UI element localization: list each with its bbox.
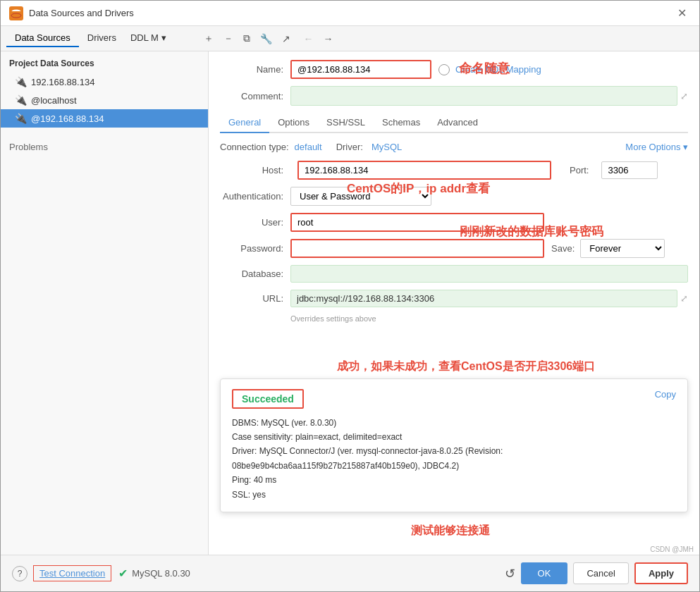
forward-button[interactable]: → bbox=[319, 32, 338, 46]
test-result-info: DBMS: MySQL (ver. 8.0.30) Case sensitivi… bbox=[232, 416, 676, 502]
svg-point-2 bbox=[11, 13, 21, 18]
tab-data-sources[interactable]: Data Sources bbox=[6, 30, 79, 47]
connection-type-row: Connection type: default Driver: MySQL M… bbox=[220, 142, 688, 152]
sidebar-item-1[interactable]: 🔌 @localhost bbox=[1, 91, 208, 109]
tab-schemas[interactable]: Schemas bbox=[374, 113, 429, 133]
expand-comment-icon[interactable]: ⤢ bbox=[680, 91, 688, 101]
sidebar-item-0[interactable]: 🔌 192.168.88.134 bbox=[1, 73, 208, 91]
port-input[interactable] bbox=[601, 161, 658, 179]
database-row: Database: bbox=[220, 265, 688, 283]
driver-value[interactable]: MySQL bbox=[372, 142, 402, 152]
name-row-right: Create DDL Mapping bbox=[438, 64, 541, 75]
host-label: Host: bbox=[220, 165, 290, 175]
url-override-note: Overrides settings above bbox=[290, 314, 688, 323]
auth-row: Authentication: User & Password No auth … bbox=[220, 187, 688, 206]
comment-label: Comment: bbox=[220, 91, 290, 101]
sidebar-item-2[interactable]: 🔌 @192.168.88.134 bbox=[1, 109, 208, 128]
copy-button-popup[interactable]: Copy bbox=[655, 389, 676, 400]
url-input[interactable] bbox=[290, 290, 677, 307]
db-icon-0: 🔌 bbox=[15, 76, 27, 87]
create-ddl-link[interactable]: Create DDL Mapping bbox=[455, 64, 541, 75]
watermark: CSDN @JMH bbox=[650, 545, 694, 553]
bottom-bar: ? Test Connection ✔ MySQL 8.0.30 ↺ OK Ca… bbox=[1, 555, 699, 591]
annotation-test: 测试能够连接通 bbox=[411, 524, 490, 538]
main-window: Data Sources and Drivers ✕ Data Sources … bbox=[0, 0, 700, 592]
mysql-version-label: MySQL 8.0.30 bbox=[132, 568, 190, 579]
comment-input[interactable] bbox=[290, 86, 677, 106]
tab-drivers[interactable]: Drivers bbox=[79, 30, 125, 47]
bottom-center: Test Connection ✔ MySQL 8.0.30 bbox=[33, 565, 499, 581]
mysql-version-info: ✔ MySQL 8.0.30 bbox=[118, 567, 190, 580]
apply-button[interactable]: Apply bbox=[634, 562, 688, 584]
ok-button[interactable]: OK bbox=[521, 562, 568, 584]
url-expand-icon[interactable]: ⤢ bbox=[680, 293, 688, 304]
title-bar-left: Data Sources and Drivers bbox=[9, 6, 134, 20]
password-input[interactable] bbox=[290, 239, 544, 258]
cancel-button[interactable]: Cancel bbox=[573, 562, 628, 584]
remove-button[interactable]: － bbox=[220, 30, 237, 47]
main-content: Project Data Sources 🔌 192.168.88.134 🔌 … bbox=[1, 51, 699, 555]
auth-select[interactable]: User & Password No auth pgpass bbox=[290, 187, 431, 206]
back-button[interactable]: ← bbox=[300, 32, 318, 46]
result-line-1: Case sensitivity: plain=exact, delimited… bbox=[232, 430, 676, 444]
export-button[interactable]: ↗ bbox=[278, 31, 294, 47]
result-line-0: DBMS: MySQL (ver. 8.0.30) bbox=[232, 416, 676, 430]
name-input[interactable] bbox=[290, 60, 431, 79]
name-row: Name: Create DDL Mapping 命名随意 bbox=[220, 60, 688, 79]
conn-type-label: Connection type: bbox=[220, 142, 289, 152]
tab-options[interactable]: Options bbox=[269, 113, 318, 133]
name-label: Name: bbox=[220, 64, 290, 75]
user-input[interactable] bbox=[290, 213, 544, 232]
password-row: Password: Save: Forever Until restart Ne… bbox=[220, 239, 688, 258]
db-icon-1: 🔌 bbox=[15, 94, 27, 106]
result-line-5: SSL: yes bbox=[232, 488, 676, 502]
annotation-succeeded: 成功，如果未成功，查看CentOS是否开启3306端口 bbox=[337, 359, 595, 374]
tab-ssh-ssl[interactable]: SSH/SSL bbox=[318, 113, 374, 133]
more-options[interactable]: More Options ▾ bbox=[625, 142, 688, 152]
test-result-popup: Copy Succeeded 成功，如果未成功，查看CentOS是否开启3306… bbox=[220, 378, 688, 512]
auth-label: Authentication: bbox=[220, 191, 290, 202]
refresh-button[interactable]: ↺ bbox=[505, 566, 515, 581]
user-row: User: bbox=[220, 213, 688, 232]
settings-button[interactable]: 🔧 bbox=[257, 31, 276, 47]
result-line-2: Driver: MySQL Connector/J (ver. mysql-co… bbox=[232, 444, 676, 458]
save-select[interactable]: Forever Until restart Never bbox=[580, 239, 665, 258]
result-line-4: Ping: 40 ms bbox=[232, 473, 676, 487]
add-button[interactable]: ＋ bbox=[200, 30, 217, 47]
tab-advanced[interactable]: Advanced bbox=[429, 113, 486, 133]
comment-row: Comment: ⤢ bbox=[220, 86, 688, 106]
user-label: User: bbox=[220, 217, 290, 228]
tab-general[interactable]: General bbox=[220, 113, 269, 133]
nav-arrows: ← → bbox=[300, 32, 338, 46]
close-button[interactable]: ✕ bbox=[673, 5, 691, 21]
detail-tabs: General Options SSH/SSL Schemas Advanced bbox=[220, 113, 688, 133]
port-label: Port: bbox=[570, 165, 589, 175]
db-icon-2: 🔌 bbox=[15, 113, 27, 124]
toolbar: Data Sources Drivers DDL M ▾ ＋ － ⧉ 🔧 ↗ ←… bbox=[1, 26, 699, 51]
conn-type-value[interactable]: default bbox=[295, 142, 322, 152]
copy-button[interactable]: ⧉ bbox=[240, 30, 254, 47]
host-row: Host: Port: CentOS的IP，ip addr查看 bbox=[220, 161, 688, 180]
driver-label: Driver: bbox=[336, 142, 363, 152]
database-input[interactable] bbox=[290, 265, 688, 283]
sidebar-item-label-1: @localhost bbox=[31, 95, 77, 106]
host-input[interactable] bbox=[297, 161, 551, 180]
url-label: URL: bbox=[220, 293, 290, 304]
title-bar: Data Sources and Drivers ✕ bbox=[1, 1, 699, 26]
test-connection-link[interactable]: Test Connection bbox=[33, 565, 111, 581]
sidebar-item-label-2: @192.168.88.134 bbox=[31, 113, 104, 124]
check-icon: ✔ bbox=[118, 567, 128, 580]
detail-panel: Name: Create DDL Mapping 命名随意 Comment: ⤢… bbox=[209, 51, 699, 555]
database-label: Database: bbox=[220, 269, 290, 279]
bottom-buttons: OK Cancel Apply bbox=[521, 562, 688, 584]
help-button[interactable]: ? bbox=[12, 566, 27, 581]
succeeded-badge: Succeeded bbox=[232, 389, 304, 409]
sidebar-item-label-0: 192.168.88.134 bbox=[31, 77, 94, 87]
app-icon bbox=[9, 6, 23, 20]
sidebar: Project Data Sources 🔌 192.168.88.134 🔌 … bbox=[1, 51, 209, 555]
result-line-3: 08be9e9b4cba6aa115f9b27b215887af40b159e0… bbox=[232, 459, 676, 473]
password-label: Password: bbox=[220, 243, 290, 254]
tab-ddl[interactable]: DDL M ▾ bbox=[125, 30, 172, 47]
radio-button[interactable] bbox=[438, 64, 450, 75]
sidebar-section-title: Project Data Sources bbox=[1, 51, 208, 73]
